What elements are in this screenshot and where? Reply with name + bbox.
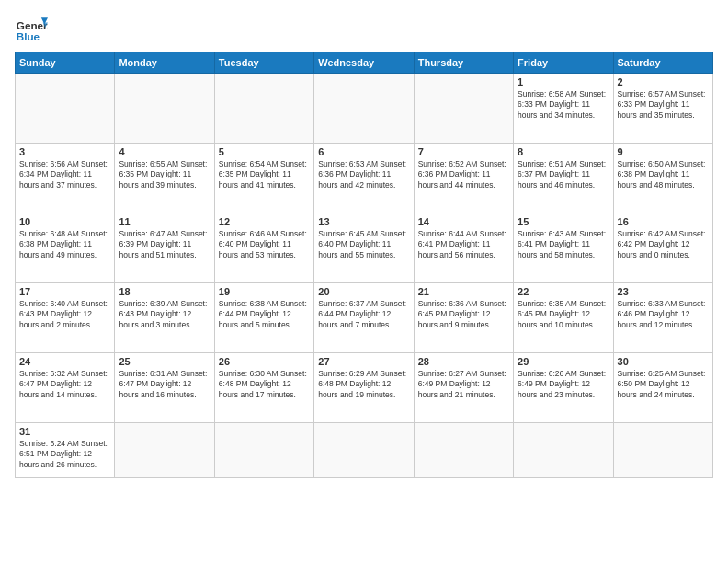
calendar-cell: 31Sunrise: 6:24 AM Sunset: 6:51 PM Dayli… (16, 423, 115, 478)
day-info: Sunrise: 6:38 AM Sunset: 6:44 PM Dayligh… (219, 299, 310, 330)
day-number: 20 (318, 286, 409, 297)
day-header-thursday: Thursday (414, 52, 513, 74)
calendar-cell: 10Sunrise: 6:48 AM Sunset: 6:38 PM Dayli… (16, 213, 115, 283)
day-number: 11 (119, 216, 210, 227)
day-number: 5 (219, 146, 310, 157)
day-number: 13 (318, 216, 409, 227)
day-info: Sunrise: 6:53 AM Sunset: 6:36 PM Dayligh… (318, 159, 409, 190)
day-number: 17 (19, 286, 110, 297)
day-number: 2 (618, 76, 709, 87)
day-number: 12 (219, 216, 310, 227)
calendar-cell: 30Sunrise: 6:25 AM Sunset: 6:50 PM Dayli… (613, 353, 712, 423)
day-info: Sunrise: 6:27 AM Sunset: 6:49 PM Dayligh… (418, 369, 509, 400)
day-number: 15 (518, 216, 609, 227)
day-number: 26 (219, 356, 310, 367)
svg-text:Blue: Blue (17, 30, 40, 42)
day-info: Sunrise: 6:56 AM Sunset: 6:34 PM Dayligh… (19, 159, 110, 190)
calendar-cell: 24Sunrise: 6:32 AM Sunset: 6:47 PM Dayli… (16, 353, 115, 423)
day-info: Sunrise: 6:33 AM Sunset: 6:46 PM Dayligh… (618, 299, 709, 330)
day-number: 31 (19, 426, 110, 437)
week-row-4: 17Sunrise: 6:40 AM Sunset: 6:43 PM Dayli… (16, 283, 713, 353)
week-row-3: 10Sunrise: 6:48 AM Sunset: 6:38 PM Dayli… (16, 213, 713, 283)
day-info: Sunrise: 6:55 AM Sunset: 6:35 PM Dayligh… (119, 159, 210, 190)
day-info: Sunrise: 6:25 AM Sunset: 6:50 PM Dayligh… (618, 369, 709, 400)
day-info: Sunrise: 6:24 AM Sunset: 6:51 PM Dayligh… (19, 439, 110, 470)
day-info: Sunrise: 6:32 AM Sunset: 6:47 PM Dayligh… (19, 369, 110, 400)
calendar-cell: 9Sunrise: 6:50 AM Sunset: 6:38 PM Daylig… (613, 144, 712, 213)
calendar-cell: 19Sunrise: 6:38 AM Sunset: 6:44 PM Dayli… (214, 283, 313, 353)
calendar-cell: 26Sunrise: 6:30 AM Sunset: 6:48 PM Dayli… (214, 353, 313, 423)
day-number: 10 (19, 216, 110, 227)
day-number: 21 (418, 286, 509, 297)
day-info: Sunrise: 6:52 AM Sunset: 6:36 PM Dayligh… (418, 159, 509, 190)
calendar-cell: 3Sunrise: 6:56 AM Sunset: 6:34 PM Daylig… (16, 144, 115, 213)
calendar-cell: 5Sunrise: 6:54 AM Sunset: 6:35 PM Daylig… (214, 144, 313, 213)
calendar-cell (314, 74, 414, 144)
day-number: 22 (518, 286, 609, 297)
day-info: Sunrise: 6:36 AM Sunset: 6:45 PM Dayligh… (418, 299, 509, 330)
day-number: 7 (418, 146, 509, 157)
week-row-6: 31Sunrise: 6:24 AM Sunset: 6:51 PM Dayli… (16, 423, 713, 478)
day-info: Sunrise: 6:31 AM Sunset: 6:47 PM Dayligh… (119, 369, 210, 400)
calendar-cell: 22Sunrise: 6:35 AM Sunset: 6:45 PM Dayli… (514, 283, 613, 353)
day-number: 6 (318, 146, 409, 157)
week-row-2: 3Sunrise: 6:56 AM Sunset: 6:34 PM Daylig… (16, 144, 713, 213)
day-number: 28 (418, 356, 509, 367)
calendar-cell (314, 423, 414, 478)
calendar-cell (115, 74, 214, 144)
day-info: Sunrise: 6:35 AM Sunset: 6:45 PM Dayligh… (518, 299, 609, 330)
day-number: 24 (19, 356, 110, 367)
day-info: Sunrise: 6:26 AM Sunset: 6:49 PM Dayligh… (518, 369, 609, 400)
day-info: Sunrise: 6:29 AM Sunset: 6:48 PM Dayligh… (318, 369, 409, 400)
calendar-cell: 1Sunrise: 6:58 AM Sunset: 6:33 PM Daylig… (514, 74, 613, 144)
calendar-cell: 4Sunrise: 6:55 AM Sunset: 6:35 PM Daylig… (115, 144, 214, 213)
day-info: Sunrise: 6:45 AM Sunset: 6:40 PM Dayligh… (318, 229, 409, 260)
day-number: 4 (119, 146, 210, 157)
day-number: 23 (618, 286, 709, 297)
day-number: 18 (119, 286, 210, 297)
calendar-cell: 17Sunrise: 6:40 AM Sunset: 6:43 PM Dayli… (16, 283, 115, 353)
calendar-cell: 21Sunrise: 6:36 AM Sunset: 6:45 PM Dayli… (414, 283, 513, 353)
day-info: Sunrise: 6:42 AM Sunset: 6:42 PM Dayligh… (618, 229, 709, 260)
day-info: Sunrise: 6:30 AM Sunset: 6:48 PM Dayligh… (219, 369, 310, 400)
page: General Blue SundayMondayTuesdayWednesda… (0, 0, 728, 563)
calendar-cell: 12Sunrise: 6:46 AM Sunset: 6:40 PM Dayli… (214, 213, 313, 283)
day-info: Sunrise: 6:47 AM Sunset: 6:39 PM Dayligh… (119, 229, 210, 260)
calendar-cell (16, 74, 115, 144)
day-number: 3 (19, 146, 110, 157)
calendar-cell (414, 74, 513, 144)
day-header-monday: Monday (115, 52, 214, 74)
day-header-friday: Friday (514, 52, 613, 74)
day-info: Sunrise: 6:51 AM Sunset: 6:37 PM Dayligh… (518, 159, 609, 190)
day-info: Sunrise: 6:54 AM Sunset: 6:35 PM Dayligh… (219, 159, 310, 190)
day-info: Sunrise: 6:48 AM Sunset: 6:38 PM Dayligh… (19, 229, 110, 260)
day-info: Sunrise: 6:37 AM Sunset: 6:44 PM Dayligh… (318, 299, 409, 330)
day-number: 16 (618, 216, 709, 227)
logo: General Blue (15, 11, 48, 44)
day-info: Sunrise: 6:43 AM Sunset: 6:41 PM Dayligh… (518, 229, 609, 260)
header: General Blue (15, 11, 713, 44)
generalblue-icon: General Blue (15, 11, 48, 44)
calendar-cell: 27Sunrise: 6:29 AM Sunset: 6:48 PM Dayli… (314, 353, 414, 423)
day-number: 9 (618, 146, 709, 157)
calendar-cell: 28Sunrise: 6:27 AM Sunset: 6:49 PM Dayli… (414, 353, 513, 423)
calendar-cell: 20Sunrise: 6:37 AM Sunset: 6:44 PM Dayli… (314, 283, 414, 353)
calendar-cell (214, 74, 313, 144)
day-number: 1 (518, 76, 609, 87)
day-info: Sunrise: 6:58 AM Sunset: 6:33 PM Dayligh… (518, 89, 609, 121)
calendar-cell: 7Sunrise: 6:52 AM Sunset: 6:36 PM Daylig… (414, 144, 513, 213)
calendar-cell (115, 423, 214, 478)
day-number: 25 (119, 356, 210, 367)
calendar-cell: 23Sunrise: 6:33 AM Sunset: 6:46 PM Dayli… (613, 283, 712, 353)
calendar-cell: 13Sunrise: 6:45 AM Sunset: 6:40 PM Dayli… (314, 213, 414, 283)
day-number: 19 (219, 286, 310, 297)
calendar-cell: 8Sunrise: 6:51 AM Sunset: 6:37 PM Daylig… (514, 144, 613, 213)
day-info: Sunrise: 6:50 AM Sunset: 6:38 PM Dayligh… (618, 159, 709, 190)
calendar-cell (613, 423, 712, 478)
calendar-cell: 14Sunrise: 6:44 AM Sunset: 6:41 PM Dayli… (414, 213, 513, 283)
day-info: Sunrise: 6:39 AM Sunset: 6:43 PM Dayligh… (119, 299, 210, 330)
calendar-cell: 6Sunrise: 6:53 AM Sunset: 6:36 PM Daylig… (314, 144, 414, 213)
day-header-tuesday: Tuesday (214, 52, 313, 74)
day-info: Sunrise: 6:57 AM Sunset: 6:33 PM Dayligh… (618, 89, 709, 121)
day-number: 30 (618, 356, 709, 367)
